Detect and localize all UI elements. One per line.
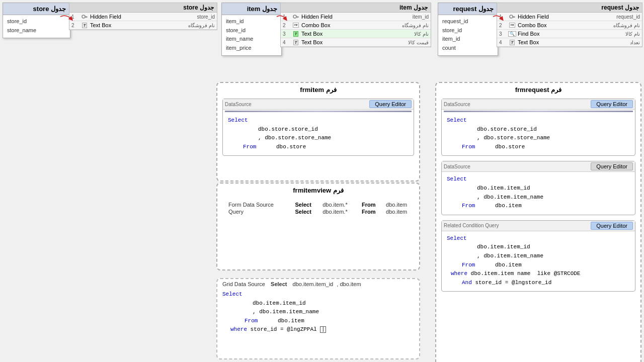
cell-expr: dbo.item.* [320, 201, 360, 208]
field-type: Hidden Field [301, 14, 413, 20]
frmitem-query-editor: DataSource Query Editor Select dbo.store… [222, 99, 414, 156]
store-row-2: 2 T Text Box نام فروشگاه [69, 21, 217, 30]
grid-datasource-row: Grid Data Source Select dbo.item.item_id… [217, 279, 419, 288]
text-icon: T [508, 39, 516, 46]
store-field-list-header: جدول store [69, 3, 217, 13]
row-num: 3 [499, 31, 508, 37]
frmrequest-query-editor-1: DataSource Query Editor Select dbo.store… [441, 99, 635, 156]
arrow-request [493, 14, 503, 24]
frmitemview-content: Form Data Source Select dbo.item.* From … [217, 196, 419, 220]
request-row-4: 4 T Text Box تعداد [497, 38, 642, 47]
grid-extra: , dbo.item [337, 281, 361, 287]
frmrequest-toolbar-2: DataSource Query Editor [442, 161, 635, 172]
frmrequest-query-btn-1[interactable]: Query Editor [591, 100, 633, 108]
item-field-list: جدول item 1 Hidden Field item_id 2 ≡▾ Co… [280, 3, 431, 47]
cell-from: From [360, 208, 384, 215]
cell-expr: dbo.item.* [320, 208, 360, 215]
request-row-1: 1 Hidden Field request_id [497, 13, 642, 21]
frmitem-panel: فرم frmitem DataSource Query Editor Sele… [216, 82, 420, 182]
related-condition-label: Related Condition Query [444, 223, 499, 228]
request-row-2: 2 ≡▾ Combo Box نام فروشگاه [497, 21, 642, 30]
item-table-fields: item_id store_id item_name item_price [222, 15, 281, 55]
query-divider [444, 111, 633, 112]
grid-expr: dbo.item.item_id [293, 281, 334, 287]
field-name: store_id [197, 14, 215, 20]
frmrequest-query-code-3: Select dbo.item.item_id , dbo.item.item_… [442, 231, 635, 292]
field-type: Combo Box [518, 22, 613, 28]
cell-table: dbo.item [384, 201, 418, 208]
frmrequest-query-btn-3[interactable]: Query Editor [591, 222, 633, 230]
field-name: نام کالا [414, 31, 429, 37]
request-table-fields: request_id store_id item_id count [438, 15, 498, 55]
text-icon: T [292, 39, 300, 46]
field-type: Text Box [518, 39, 630, 45]
frmrequest-title: فرم frmrequest [436, 83, 640, 96]
svg-point-8 [510, 15, 513, 18]
item-row-4: 4 T Text Box قیمت کالا [281, 38, 431, 47]
key-icon [508, 13, 516, 20]
svg-rect-10 [514, 17, 515, 18]
field-type: Text Box [301, 39, 408, 45]
datasource-label: DataSource [444, 102, 470, 107]
field-name: نام فروشگاه [188, 23, 215, 28]
datasource-label: DataSource [444, 164, 470, 169]
item-row-1: 1 Hidden Field item_id [281, 13, 431, 21]
frmitem-query-code: Select dbo.store.store_id , dbo.store.st… [223, 113, 414, 155]
arrow-store [60, 14, 73, 24]
store-row-1: 1 Hidden Field store_id [69, 13, 217, 21]
query-divider [225, 111, 412, 112]
request-field-2: store_id [442, 26, 494, 35]
request-row-3: 3 🔍 Find Box نام کالا [497, 30, 642, 38]
frmrequest-panel: فرم frmrequest DataSource Query Editor S… [435, 82, 641, 362]
svg-rect-11 [513, 17, 514, 18]
request-field-3: item_id [442, 35, 494, 44]
grid-query-code: Select dbo.item.item_id , dbo.item.item_… [217, 288, 419, 336]
field-name: تعداد [630, 40, 640, 45]
store-field-2: store_name [7, 26, 66, 35]
field-name: نام فروشگاه [613, 23, 640, 28]
item-field-2: store_id [226, 26, 277, 35]
field-name: نام فروشگاه [402, 23, 429, 28]
svg-rect-6 [298, 17, 299, 18]
frmrequest-toolbar-1: DataSource Query Editor [442, 99, 635, 110]
item-row-3: 3 T Text Box نام کالا [281, 30, 431, 38]
field-type: Text Box [301, 31, 414, 37]
request-field-4: count [442, 44, 494, 53]
svg-rect-7 [297, 17, 298, 18]
frmitem-toolbar: DataSource Query Editor [223, 99, 414, 110]
frmrequest-toolbar-3: Related Condition Query Query Editor [442, 221, 635, 231]
svg-point-0 [82, 15, 85, 18]
item-field-list-header: جدول item [281, 3, 431, 13]
frmitem-query-btn[interactable]: Query Editor [369, 100, 412, 108]
key-icon [80, 13, 89, 20]
item-field-3: item_name [226, 35, 277, 44]
item-field-4: item_price [226, 44, 277, 53]
item-field-1: item_id [226, 17, 277, 26]
request-field-1: request_id [442, 17, 494, 26]
store-field-list: جدول store 1 Hidden Field store_id 2 T T… [69, 3, 217, 30]
frmitemview-table: Form Data Source Select dbo.item.* From … [226, 201, 418, 215]
grid-label: Grid Data Source [222, 281, 265, 287]
request-table-header: جدول request [438, 3, 498, 15]
datasource-label: DataSource [225, 102, 252, 107]
frmrequest-query-code-1: Select dbo.store.store_id , dbo.store.st… [442, 113, 635, 155]
frmitemview-title: فرم frmitemview [217, 184, 419, 196]
text-icon: T [80, 22, 89, 29]
cell-select: Select [293, 201, 320, 208]
request-table-box: جدول request request_id store_id item_id… [438, 3, 498, 56]
row-num: 4 [283, 40, 292, 45]
svg-point-4 [293, 15, 296, 18]
item-row-2: 2 ≡▾ Combo Box نام فروشگاه [281, 21, 431, 30]
cell-table: dbo.item [384, 208, 418, 215]
field-type: Hidden Field [518, 14, 616, 20]
field-type: Text Box [90, 22, 188, 28]
key-icon [292, 13, 300, 20]
grid-select: Select [271, 281, 287, 287]
field-type: Combo Box [301, 22, 402, 28]
frmitemview-row-2: Query Select dbo.item.* From dbo.item [226, 208, 418, 215]
frmrequest-query-btn-2[interactable]: Query Editor [591, 162, 633, 170]
svg-rect-3 [86, 17, 87, 18]
request-field-list: جدول request 1 Hidden Field request_id 2… [497, 3, 642, 47]
cell-select: Select [293, 208, 320, 215]
svg-rect-2 [87, 17, 88, 18]
